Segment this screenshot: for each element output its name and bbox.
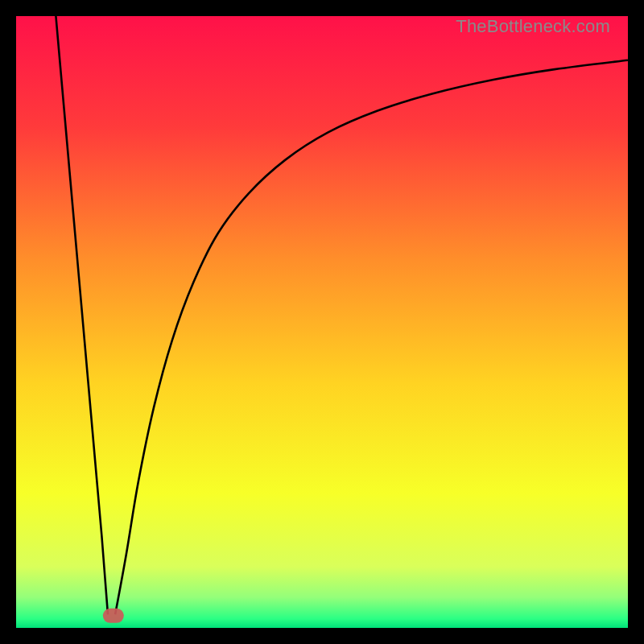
minimum-marker	[103, 609, 124, 623]
gradient-background	[16, 16, 628, 628]
chart-frame: TheBottleneck.com	[16, 16, 628, 628]
watermark-text: TheBottleneck.com	[456, 16, 610, 37]
bottleneck-chart	[16, 16, 628, 628]
